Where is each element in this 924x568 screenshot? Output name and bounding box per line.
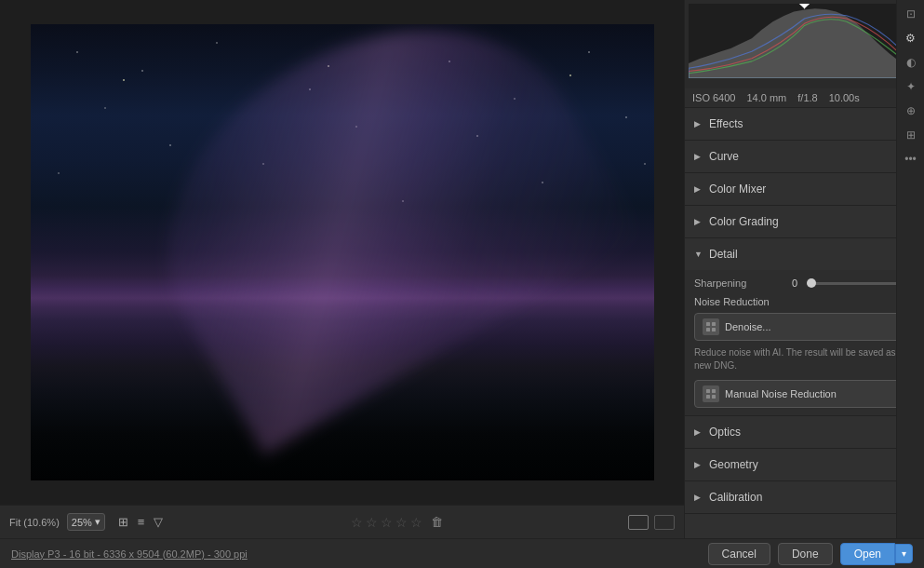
compare-view-button[interactable]	[654, 515, 675, 530]
star-5[interactable]: ☆	[410, 515, 422, 530]
color-grading-section: ▶ Color Grading 👁	[685, 206, 924, 238]
metadata-row: ISO 6400 14.0 mm f/1.8 10.00s	[685, 88, 924, 108]
effects-header[interactable]: ▶ Effects 👁	[685, 108, 924, 140]
svg-rect-6	[712, 328, 716, 331]
geometry-tool-icon[interactable]: ⊞	[904, 127, 917, 143]
canvas-area: Fit (10.6%) 25% ▾ ⊞ ≡ ▽ ☆ ☆ ☆ ☆ ☆ 🗑	[0, 0, 684, 538]
adjust-tool-icon[interactable]: ⚙	[904, 30, 917, 47]
focal-length: 14.0 mm	[746, 92, 786, 103]
sharpening-thumb[interactable]	[807, 278, 816, 288]
denoise-description: Reduce noise with AI. The result will be…	[694, 346, 915, 372]
color-tool-icon[interactable]: ◐	[904, 54, 917, 71]
zoom-value: 25%	[72, 517, 92, 528]
curve-title: Curve	[709, 150, 904, 163]
color-grading-title: Color Grading	[709, 215, 904, 228]
photo-image	[31, 24, 654, 480]
calibration-header[interactable]: ▶ Calibration 👁	[685, 481, 924, 513]
histogram-chart	[689, 4, 920, 78]
color-mixer-header[interactable]: ▶ Color Mixer 👁	[685, 173, 924, 205]
svg-rect-8	[712, 389, 716, 393]
denoise-label: Denoise...	[725, 321, 771, 332]
bottom-bar: Display P3 - 16 bit - 6336 x 9504 (60.2M…	[0, 538, 924, 568]
optics-title: Optics	[709, 426, 904, 439]
done-button[interactable]: Done	[778, 543, 833, 565]
panel-sections: ▶ Effects 👁 ▶ Curve 👁 ▶ Color Mixer 👁	[685, 108, 924, 538]
sharpening-value: 0	[774, 277, 797, 289]
image-container	[0, 0, 684, 505]
optics-chevron: ▶	[694, 427, 703, 437]
star-4[interactable]: ☆	[395, 515, 408, 530]
geometry-title: Geometry	[709, 458, 904, 471]
effects-section: ▶ Effects 👁	[685, 108, 924, 141]
effects-tool-icon[interactable]: ✦	[904, 78, 917, 95]
shutter-speed: 10.00s	[829, 92, 860, 103]
manual-noise-row[interactable]: Manual Noise Reduction ◀	[694, 380, 915, 408]
action-buttons: Cancel Done Open ▾	[708, 543, 913, 565]
color-grading-header[interactable]: ▶ Color Grading 👁	[685, 206, 924, 237]
denoise-icon	[703, 318, 719, 335]
color-mixer-chevron: ▶	[694, 184, 703, 194]
histogram-area	[685, 0, 924, 88]
star-rating: ☆ ☆ ☆ ☆ ☆ 🗑	[172, 515, 621, 530]
more-tool-icon[interactable]: •••	[903, 151, 918, 168]
effects-chevron: ▶	[694, 119, 703, 128]
curve-chevron: ▶	[694, 152, 703, 161]
filter-icon[interactable]: ▽	[152, 513, 165, 531]
effects-title: Effects	[709, 117, 904, 130]
open-button-group: Open ▾	[840, 543, 913, 565]
sharpening-slider[interactable]	[807, 282, 898, 285]
right-vertical-toolbar: ⊡ ⚙ ◐ ✦ ⊕ ⊞ •••	[896, 0, 924, 538]
svg-rect-4	[712, 322, 716, 326]
open-button[interactable]: Open	[840, 543, 895, 565]
aperture-value: f/1.8	[797, 92, 817, 103]
iso-value: ISO 6400	[692, 92, 735, 103]
image-toolbar: Fit (10.6%) 25% ▾ ⊞ ≡ ▽ ☆ ☆ ☆ ☆ ☆ 🗑	[0, 505, 684, 538]
denoise-button[interactable]: Denoise...	[694, 313, 915, 341]
detail-title: Detail	[709, 248, 904, 261]
grid-icon[interactable]: ⊞	[116, 513, 130, 531]
zoom-arrow: ▾	[95, 516, 100, 528]
color-grading-chevron: ▶	[694, 217, 703, 226]
right-panel: ISO 6400 14.0 mm f/1.8 10.00s ▶ Effects …	[684, 0, 924, 538]
curve-section: ▶ Curve 👁	[685, 141, 924, 173]
color-mixer-title: Color Mixer	[709, 183, 904, 196]
svg-rect-5	[706, 328, 710, 331]
image-toolbar-icons: ⊞ ≡ ▽	[116, 513, 166, 531]
curve-header[interactable]: ▶ Curve 👁	[685, 141, 924, 172]
calibration-section: ▶ Calibration 👁	[685, 481, 924, 514]
geometry-header[interactable]: ▶ Geometry 👁	[685, 449, 924, 480]
manual-noise-icon	[703, 385, 719, 402]
calibration-chevron: ▶	[694, 493, 703, 502]
view-toggle	[628, 515, 675, 530]
sharpening-row: Sharpening 0 ◀	[694, 277, 915, 289]
optics-header[interactable]: ▶ Optics 👁	[685, 416, 924, 448]
geometry-section: ▶ Geometry 👁	[685, 449, 924, 481]
noise-reduction-label: Noise Reduction	[694, 296, 915, 307]
star-2[interactable]: ☆	[366, 515, 378, 530]
detail-header[interactable]: ▼ Detail 👁	[685, 238, 924, 270]
fit-label: Fit (10.6%)	[9, 517, 60, 528]
svg-rect-3	[706, 322, 710, 326]
optics-section: ▶ Optics 👁	[685, 416, 924, 449]
single-view-button[interactable]	[628, 515, 649, 530]
cancel-button[interactable]: Cancel	[708, 543, 770, 565]
zoom-select[interactable]: 25% ▾	[67, 513, 105, 531]
open-dropdown-button[interactable]: ▾	[895, 544, 913, 563]
manual-noise-label: Manual Noise Reduction	[725, 388, 893, 399]
calibration-title: Calibration	[709, 491, 904, 504]
heal-tool-icon[interactable]: ⊕	[904, 102, 917, 119]
color-mixer-section: ▶ Color Mixer 👁	[685, 173, 924, 206]
list-icon[interactable]: ≡	[136, 513, 147, 531]
sharpening-label: Sharpening	[694, 277, 769, 289]
star-1[interactable]: ☆	[351, 515, 363, 530]
star-3[interactable]: ☆	[381, 515, 393, 530]
file-info[interactable]: Display P3 - 16 bit - 6336 x 9504 (60.2M…	[11, 548, 248, 560]
svg-rect-7	[706, 389, 710, 393]
delete-icon[interactable]: 🗑	[431, 515, 443, 529]
detail-section: ▼ Detail 👁 Sharpening 0 ◀ Noi	[685, 238, 924, 416]
crop-tool-icon[interactable]: ⊡	[904, 6, 917, 22]
detail-chevron: ▼	[694, 250, 703, 259]
detail-content: Sharpening 0 ◀ Noise Reduction	[685, 270, 924, 415]
geometry-chevron: ▶	[694, 460, 703, 469]
svg-rect-10	[712, 395, 716, 399]
